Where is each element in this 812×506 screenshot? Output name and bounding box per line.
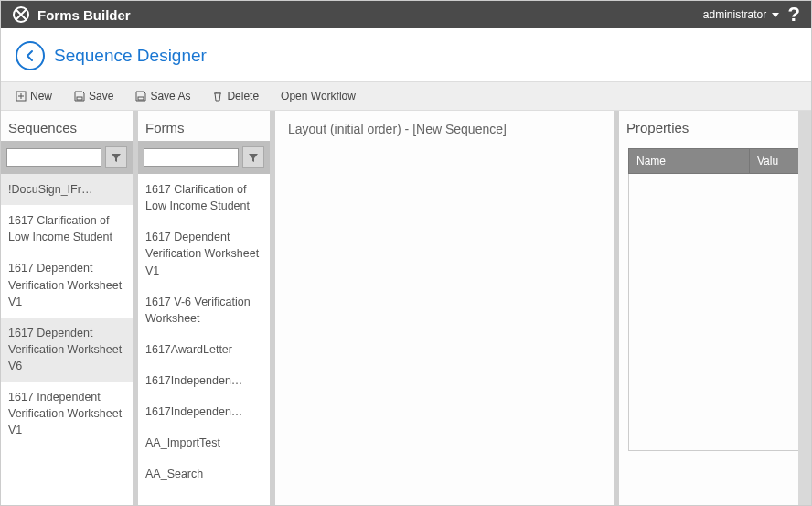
forms-title: Forms (138, 111, 270, 141)
page-title: Sequence Designer (54, 46, 207, 66)
properties-scrollbar[interactable] (798, 111, 811, 505)
sequences-panel: Sequences !DocuSign_IFr… 1617 Clarificat… (1, 111, 138, 505)
delete-label: Delete (227, 90, 259, 102)
list-item[interactable]: 1617 Clarification of Low Income Student (138, 174, 270, 221)
sequences-filter-button[interactable] (105, 146, 127, 168)
svg-rect-3 (138, 97, 144, 100)
forms-list[interactable]: 1617 Clarification of Low Income Student… (138, 174, 270, 505)
sequences-title: Sequences (1, 111, 133, 141)
properties-panel: Properties Name Valu (619, 111, 811, 505)
open-workflow-button[interactable]: Open Workflow (272, 86, 365, 106)
list-item[interactable]: 1617 Dependent Verification Worksheet V6 (1, 318, 133, 382)
layout-panel: Layout (initial order) - [New Sequence] (275, 111, 619, 505)
save-label: Save (89, 90, 113, 102)
list-item[interactable]: 1617 Clarification of Low Income Student (1, 205, 133, 253)
filter-icon (248, 152, 259, 163)
app-title: Forms Builder (37, 7, 131, 23)
properties-empty (629, 174, 802, 451)
sequences-search-input[interactable] (6, 148, 102, 167)
properties-col-value[interactable]: Valu (750, 149, 802, 174)
new-label: New (30, 90, 52, 102)
main-area: Sequences !DocuSign_IFr… 1617 Clarificat… (1, 111, 811, 505)
chevron-down-icon (772, 13, 779, 17)
user-menu[interactable]: administrator (703, 8, 779, 21)
app-header: Forms Builder administrator ? (1, 1, 811, 28)
list-item[interactable]: 1617 Independent Verification Worksheet … (1, 382, 133, 446)
properties-table: Name Valu (628, 148, 802, 451)
forms-search-row (138, 141, 270, 174)
list-item[interactable]: !DocuSign_IFr… (1, 174, 133, 205)
list-item[interactable]: AA_ImportTest (138, 427, 270, 458)
list-item[interactable]: 1617 V-6 Verification Worksheet (138, 286, 270, 334)
list-item[interactable]: 1617 Dependent Verification Worksheet V1 (138, 221, 270, 285)
list-item[interactable]: 1617 Dependent Verification Worksheet V1 (1, 253, 133, 317)
user-label: administrator (703, 8, 766, 21)
sequences-list[interactable]: !DocuSign_IFr… 1617 Clarification of Low… (1, 174, 133, 505)
save-as-label: Save As (150, 90, 190, 102)
forms-panel: Forms 1617 Clarification of Low Income S… (138, 111, 275, 505)
properties-title: Properties (619, 111, 811, 141)
help-icon[interactable]: ? (788, 3, 800, 27)
svg-rect-2 (77, 97, 82, 100)
new-button[interactable]: New (6, 86, 61, 106)
list-item[interactable]: AA_Search (138, 458, 270, 490)
list-item[interactable]: 1617Independen… (138, 396, 270, 427)
layout-title: Layout (initial order) - [New Sequence] (288, 122, 507, 136)
sequences-search-row (1, 141, 133, 174)
filter-icon (111, 152, 122, 163)
save-as-button[interactable]: Save As (126, 86, 199, 106)
title-bar: Sequence Designer (1, 28, 811, 81)
forms-filter-button[interactable] (242, 146, 264, 168)
back-button[interactable] (16, 41, 45, 70)
list-item[interactable]: 1617Independen… (138, 365, 270, 396)
list-item[interactable]: 1617AwardLetter (138, 334, 270, 365)
forms-search-input[interactable] (144, 148, 239, 167)
toolbar: New Save Save As Delete Open Workflow (1, 81, 811, 111)
save-button[interactable]: Save (65, 86, 123, 106)
delete-button[interactable]: Delete (203, 86, 268, 106)
brand-icon (12, 5, 30, 24)
properties-col-name[interactable]: Name (629, 149, 750, 174)
open-workflow-label: Open Workflow (281, 90, 356, 102)
